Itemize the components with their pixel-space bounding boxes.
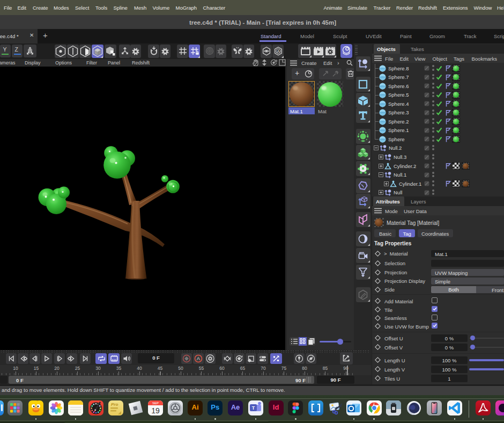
svg-text:T: T (252, 405, 255, 411)
svg-text:A: A (197, 355, 201, 361)
svg-text:A: A (277, 49, 280, 54)
svg-text:SEP: SEP (152, 402, 159, 405)
svg-text:19: 19 (151, 406, 160, 415)
svg-text:Pro: Pro (111, 402, 118, 407)
